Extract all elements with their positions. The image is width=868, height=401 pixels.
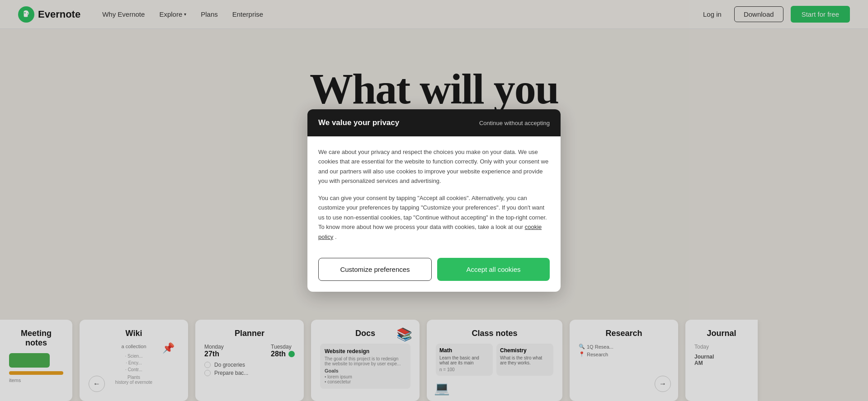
cookie-body-text2: You can give your consent by tapping "Ac… <box>318 193 550 242</box>
cookie-header: We value your privacy Continue without a… <box>307 109 561 136</box>
cookie-modal-title: We value your privacy <box>318 118 399 127</box>
cookie-modal: We value your privacy Continue without a… <box>307 109 561 292</box>
cookie-body-text1: We care about your privacy and respect t… <box>318 147 550 186</box>
continue-without-accepting-link[interactable]: Continue without accepting <box>479 120 550 126</box>
customize-preferences-button[interactable]: Customize preferences <box>318 258 432 281</box>
cookie-overlay: We value your privacy Continue without a… <box>0 0 868 401</box>
accept-all-cookies-button[interactable]: Accept all cookies <box>437 258 550 281</box>
cookie-actions: Customize preferences Accept all cookies <box>307 251 561 292</box>
cookie-body: We care about your privacy and respect t… <box>307 136 561 251</box>
